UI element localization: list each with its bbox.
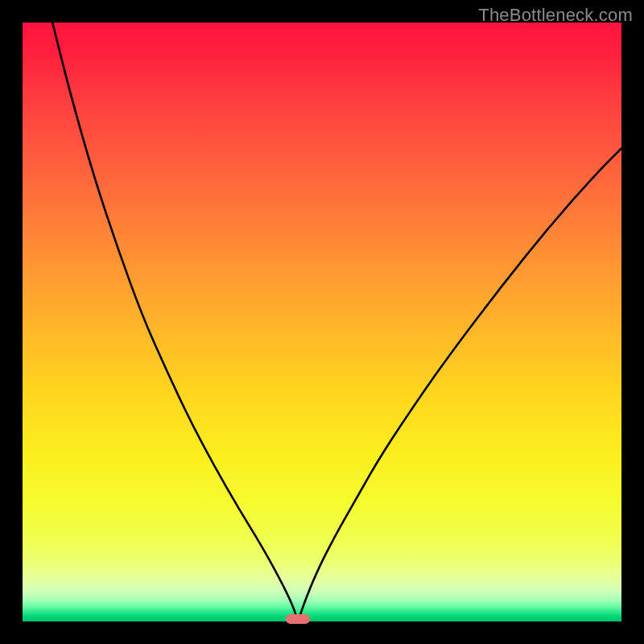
chart-frame: TheBottleneck.com — [0, 0, 644, 644]
minimum-marker — [286, 614, 310, 624]
bottleneck-curve — [23, 23, 621, 621]
plot-area — [23, 23, 621, 621]
